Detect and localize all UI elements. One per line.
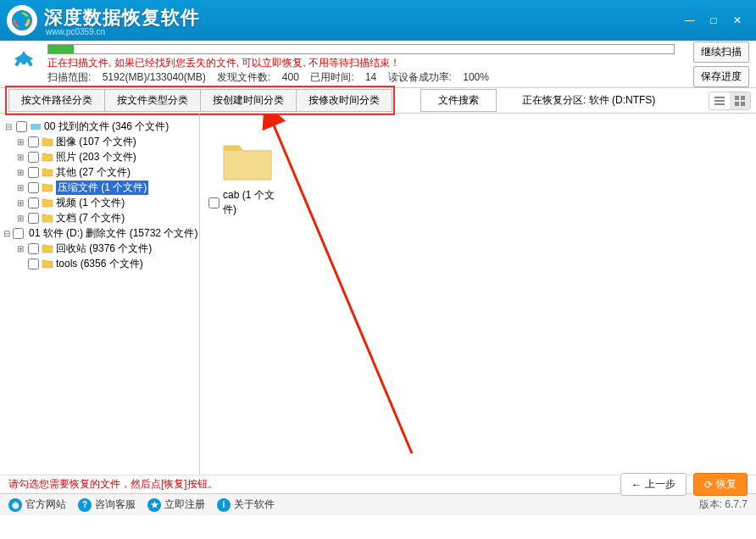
close-button[interactable]: ✕ <box>725 11 749 30</box>
expander-icon[interactable]: ⊞ <box>15 168 25 177</box>
folder-icon <box>42 182 53 192</box>
scan-message: 正在扫描文件, 如果已经找到您丢失的文件, 可以立即恢复, 不用等待扫描结束！ <box>47 56 687 70</box>
app-logo <box>7 5 37 36</box>
restore-button[interactable]: ⟳恢复 <box>693 473 748 496</box>
tab-by-path[interactable]: 按文件路径分类 <box>8 89 105 112</box>
title-bar: 深度数据恢复软件 www.pc0359.cn — □ ✕ <box>0 0 756 41</box>
folder-icon <box>42 213 53 223</box>
footer-link-buy[interactable]: ★立即注册 <box>147 497 205 512</box>
expander-icon[interactable]: ⊞ <box>15 153 25 162</box>
tree-checkbox[interactable] <box>28 213 39 224</box>
scan-panel: 正在扫描文件, 如果已经找到您丢失的文件, 可以立即恢复, 不用等待扫描结束！ … <box>0 41 756 88</box>
tree-checkbox[interactable] <box>28 258 39 270</box>
svg-rect-6 <box>735 102 739 106</box>
file-item[interactable]: cab (1 个文件) <box>208 122 286 217</box>
folder-icon <box>42 136 53 147</box>
expander-icon[interactable]: ⊞ <box>15 183 25 192</box>
footer-link-about[interactable]: i关于软件 <box>217 497 275 512</box>
refresh-icon: ⟳ <box>704 479 713 491</box>
file-label: cab (1 个文件) <box>223 188 286 217</box>
minimize-button[interactable]: — <box>678 11 702 30</box>
continue-scan-button[interactable]: 继续扫描 <box>693 42 749 63</box>
tree-checkbox[interactable] <box>16 121 27 132</box>
footer-link-site[interactable]: ◉官方网站 <box>8 497 66 512</box>
support-icon: ? <box>78 498 92 512</box>
info-icon: i <box>217 498 231 512</box>
maximize-button[interactable]: □ <box>702 11 725 30</box>
svg-rect-1 <box>714 97 725 98</box>
folder-icon <box>42 197 53 208</box>
svg-rect-8 <box>31 124 41 130</box>
version-label: 版本: 6.7.7 <box>699 497 748 512</box>
tree-checkbox[interactable] <box>28 243 39 254</box>
file-checkbox[interactable] <box>208 197 220 208</box>
hint-bar: 请勾选您需要恢复的文件，然后点[恢复]按钮。 ←上一步 ⟳恢复 <box>0 475 756 493</box>
svg-rect-4 <box>735 96 739 100</box>
tree-checkbox[interactable] <box>13 228 24 239</box>
footer-bar: ◉官方网站 ?咨询客服 ★立即注册 i关于软件 版本: 6.7.7 <box>0 493 756 515</box>
expander-icon[interactable]: ⊟ <box>3 229 10 238</box>
view-toggle <box>709 92 751 110</box>
folder-icon <box>42 152 53 162</box>
drive-icon <box>30 121 42 131</box>
tree-node-selected: ⊞压缩文件 (1 个文件) <box>3 180 196 195</box>
content-panel[interactable]: cab (1 个文件) <box>200 114 756 475</box>
arrow-left-icon: ← <box>631 479 642 491</box>
hint-text: 请勾选您需要恢复的文件，然后点[恢复]按钮。 <box>8 477 218 492</box>
partition-info: 正在恢复分区: 软件 (D:NTFS) <box>522 93 655 108</box>
footer-link-support[interactable]: ?咨询客服 <box>78 497 136 512</box>
save-progress-button[interactable]: 保存进度 <box>693 66 749 87</box>
key-icon: ★ <box>147 498 161 512</box>
tree-checkbox[interactable] <box>28 182 39 193</box>
tree-checkbox[interactable] <box>28 167 39 178</box>
tab-by-modify-time[interactable]: 按修改时间分类 <box>296 89 392 112</box>
expander-icon[interactable]: ⊞ <box>15 198 25 208</box>
tab-by-type[interactable]: 按文件类型分类 <box>104 89 201 112</box>
tree-checkbox[interactable] <box>28 152 39 163</box>
recycle-icon <box>7 47 41 81</box>
expander-icon[interactable]: ⊞ <box>15 137 25 147</box>
view-list-button[interactable] <box>709 92 730 109</box>
expander-icon[interactable]: ⊞ <box>15 244 25 253</box>
prev-step-button[interactable]: ←上一步 <box>620 473 687 496</box>
tab-row: 按文件路径分类 按文件类型分类 按创建时间分类 按修改时间分类 文件搜索 正在恢… <box>0 88 756 114</box>
svg-rect-2 <box>714 100 725 102</box>
tab-by-create-time[interactable]: 按创建时间分类 <box>200 89 297 112</box>
folder-large-icon <box>220 139 275 183</box>
globe-icon: ◉ <box>8 498 22 512</box>
svg-rect-5 <box>741 96 745 100</box>
main-area: ⊟00 找到的文件 (346 个文件) ⊞图像 (107 个文件) ⊞照片 (2… <box>0 114 756 475</box>
tab-highlight-box: 按文件路径分类 按文件类型分类 按创建时间分类 按修改时间分类 <box>5 86 395 115</box>
scan-progress-bar <box>47 44 675 54</box>
scan-stats: 扫描范围: 5192(MB)/133040(MB) 发现文件数: 400 已用时… <box>47 70 687 85</box>
folder-icon <box>42 243 53 253</box>
tree-checkbox[interactable] <box>28 197 39 208</box>
tab-file-search[interactable]: 文件搜索 <box>420 89 497 112</box>
expander-icon[interactable]: ⊟ <box>3 122 14 131</box>
tree-checkbox[interactable] <box>28 136 39 147</box>
folder-icon <box>42 167 53 177</box>
svg-rect-7 <box>741 102 745 106</box>
file-tree[interactable]: ⊟00 找到的文件 (346 个文件) ⊞图像 (107 个文件) ⊞照片 (2… <box>0 114 200 475</box>
view-grid-button[interactable] <box>730 92 750 109</box>
svg-rect-3 <box>714 103 725 105</box>
expander-icon[interactable]: ⊞ <box>15 214 25 223</box>
folder-icon <box>42 258 53 269</box>
